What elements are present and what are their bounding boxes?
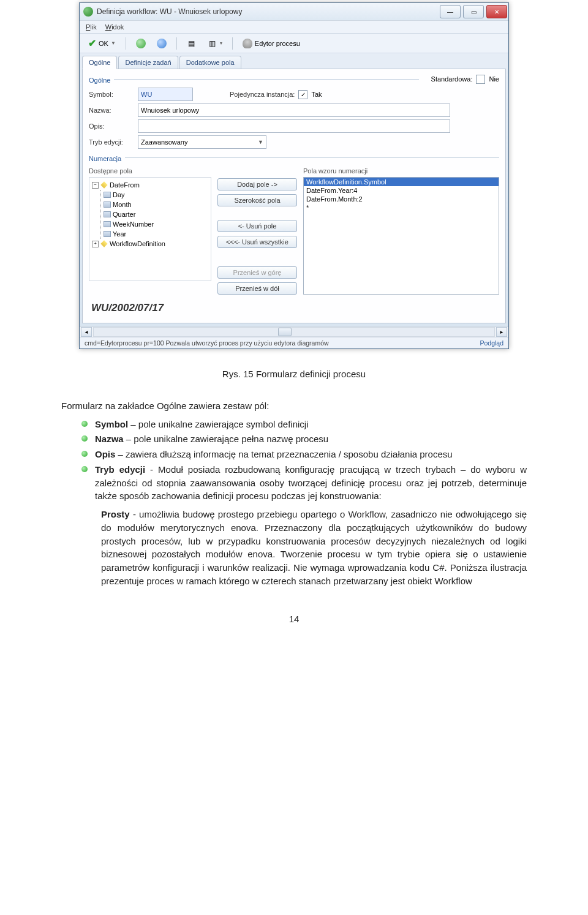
- page-icon: ▤: [187, 39, 197, 48]
- tree-node[interactable]: Quarter: [104, 209, 208, 219]
- tab-extra[interactable]: Dodatkowe pola: [179, 56, 241, 69]
- tree-label: Month: [113, 200, 132, 209]
- bullet-bold: Opis: [95, 449, 115, 459]
- separator: [232, 37, 233, 50]
- tree-node-workflowdef[interactable]: + WorkflowDefinition: [92, 239, 208, 249]
- close-button[interactable]: ✕: [486, 5, 507, 18]
- desc-label: Opis:: [89, 122, 138, 130]
- page-number: 14: [61, 612, 527, 626]
- list-item[interactable]: *: [304, 203, 499, 212]
- standard-value: Nie: [489, 75, 499, 83]
- desc-input[interactable]: [138, 119, 450, 133]
- horizontal-scrollbar[interactable]: ◄ ►: [80, 326, 508, 337]
- nav-forward-button[interactable]: [153, 37, 170, 50]
- bullet-bold: Nazwa: [95, 434, 124, 444]
- tree-node[interactable]: Day: [104, 190, 208, 200]
- bullet-text: – zawiera dłuższą informację na temat pr…: [115, 449, 452, 459]
- numeration-area: Dostępne pola − DateFrom Day Month Quart…: [89, 167, 499, 295]
- tree-node[interactable]: WeekNumber: [104, 219, 208, 229]
- menu-file[interactable]: Plik: [86, 23, 97, 31]
- bullet-text: – pole unikalne zawierające symbol defin…: [128, 419, 308, 429]
- bullet-text: - Moduł posiada rozbudowaną konfigurację…: [95, 464, 527, 502]
- app-window: Definicja workflow: WU - Wnuiosek urlopo…: [79, 2, 509, 349]
- symbol-input[interactable]: [138, 88, 193, 101]
- list-item[interactable]: DateFrom.Year:4: [304, 186, 499, 195]
- mode-select[interactable]: Zaawansowany ▼: [138, 135, 266, 149]
- group-general-row: Ogólne Standardowa: Nie: [89, 73, 499, 85]
- pattern-fields-list[interactable]: WorkflowDefinition.Symbol DateFrom.Year:…: [303, 177, 499, 295]
- scroll-right-button[interactable]: ►: [496, 327, 507, 337]
- mode-value: Zaawansowany: [141, 138, 187, 146]
- chevron-down-icon: ▾: [220, 40, 222, 46]
- tree-label: DateFrom: [110, 180, 140, 190]
- ok-label: OK: [99, 40, 108, 47]
- property-icon: [104, 211, 111, 217]
- scroll-thumb[interactable]: [278, 328, 292, 336]
- category-icon: [100, 181, 107, 188]
- divider: [125, 157, 499, 158]
- pattern-fields-title: Pola wzoru numeracji: [303, 167, 499, 175]
- document-body: Rys. 15 Formularz definicji procesu Form…: [61, 367, 527, 625]
- sub-text: - umożliwia budowę prostego przebiegu op…: [101, 509, 527, 586]
- collapse-icon[interactable]: −: [92, 182, 99, 189]
- tab-general[interactable]: Ogólne: [82, 56, 117, 69]
- tab-tasks[interactable]: Definicje zadań: [118, 56, 178, 69]
- app-icon: [83, 7, 93, 17]
- field-width-button[interactable]: Szerokość pola: [217, 194, 297, 206]
- editor-button[interactable]: Edytor procesu: [239, 37, 304, 50]
- available-fields-col: Dostępne pola − DateFrom Day Month Quart…: [89, 167, 211, 295]
- tabs: Ogólne Definicje zadań Dodatkowe pola: [80, 53, 508, 69]
- pattern-fields-col: Pola wzoru numeracji WorkflowDefinition.…: [303, 167, 499, 295]
- tree-node[interactable]: Year: [104, 229, 208, 239]
- single-instance-value: Tak: [311, 91, 322, 98]
- move-up-button[interactable]: Przenieś w górę: [217, 266, 297, 279]
- mode-row: Tryb edycji: Zaawansowany ▼: [89, 135, 499, 149]
- add-field-button[interactable]: Dodaj pole ->: [217, 178, 297, 190]
- bullet-bold: Tryb edycji: [95, 464, 145, 475]
- list-item: Nazwa – pole unikalne zawierające pełna …: [95, 432, 527, 446]
- status-preview-link[interactable]: Podgląd: [480, 339, 503, 347]
- menubar: Plik Widok: [80, 21, 508, 34]
- status-left: cmd=Edytorprocesu pr=100 Pozwala utworzy…: [85, 339, 329, 347]
- scroll-track[interactable]: [93, 327, 495, 337]
- spacer: [217, 252, 297, 263]
- list-item[interactable]: WorkflowDefinition.Symbol: [304, 178, 499, 186]
- tree-node-datefrom[interactable]: − DateFrom: [92, 180, 208, 190]
- tool-1-button[interactable]: ▤: [183, 37, 200, 50]
- tree-node[interactable]: Month: [104, 200, 208, 209]
- list-item[interactable]: DateFrom.Month:2: [304, 195, 499, 203]
- minimize-button[interactable]: —: [440, 5, 461, 18]
- window-title: Definicja workflow: WU - Wnuiosek urlopo…: [97, 7, 439, 16]
- menu-view[interactable]: Widok: [105, 23, 124, 31]
- name-label: Nazwa:: [89, 107, 138, 114]
- window-buttons: — ▭ ✕: [439, 5, 508, 18]
- move-down-button[interactable]: Przenieś w dół: [217, 282, 297, 295]
- field-buttons-col: Dodaj pole -> Szerokość pola <- Usuń pol…: [217, 178, 297, 295]
- arrow-left-icon: [136, 39, 146, 48]
- tool-2-button[interactable]: ▥▾: [204, 37, 226, 50]
- pages-icon: ▥: [208, 39, 217, 48]
- expand-icon[interactable]: +: [92, 241, 99, 247]
- single-instance-checkbox[interactable]: ✓: [298, 90, 307, 99]
- list-item: Opis – zawiera dłuższą informację na tem…: [95, 448, 527, 461]
- symbol-row: Symbol: Pojedyncza instancja: ✓ Tak: [89, 88, 499, 101]
- remove-field-button[interactable]: <- Usuń pole: [217, 220, 297, 232]
- remove-all-button[interactable]: <<<- Usuń wszystkie: [217, 236, 297, 248]
- ok-button[interactable]: ✔ OK ▼: [85, 36, 119, 50]
- name-input[interactable]: [138, 104, 450, 117]
- preview-text: WU/2002/07/17: [91, 302, 497, 314]
- standard-checkbox[interactable]: [476, 75, 485, 84]
- name-row: Nazwa:: [89, 104, 499, 117]
- maximize-button[interactable]: ▭: [463, 5, 484, 18]
- divider: [114, 79, 418, 80]
- group-numer-row: Numeracja: [89, 151, 499, 164]
- category-icon: [100, 240, 107, 247]
- tree-label: Year: [113, 229, 126, 239]
- sub-paragraph: Prosty - umożliwia budowę prostego przeb…: [101, 508, 527, 588]
- chevron-down-icon: ▼: [111, 40, 116, 46]
- person-icon: [243, 39, 252, 48]
- nav-back-button[interactable]: [132, 37, 149, 50]
- sub-bold: Prosty: [101, 509, 130, 519]
- scroll-left-button[interactable]: ◄: [81, 327, 92, 337]
- available-fields-tree[interactable]: − DateFrom Day Month Quarter WeekNumber …: [89, 177, 211, 281]
